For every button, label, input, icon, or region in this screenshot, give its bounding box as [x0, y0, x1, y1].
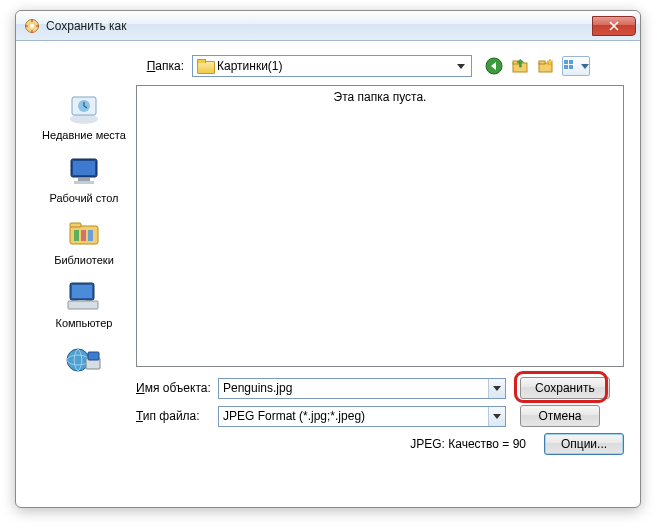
svg-rect-20 — [78, 178, 90, 181]
svg-rect-34 — [88, 352, 99, 360]
footer-row: JPEG: Качество = 90 Опции... — [32, 433, 624, 455]
svg-rect-19 — [73, 161, 95, 175]
desktop-icon — [64, 154, 104, 190]
back-icon[interactable] — [484, 56, 504, 76]
app-icon — [24, 18, 40, 34]
place-network[interactable] — [39, 342, 129, 380]
dialog-window: Сохранить как Папка: Картинки(1) — [15, 10, 641, 508]
svg-rect-13 — [564, 65, 568, 69]
svg-rect-11 — [564, 60, 568, 64]
close-button[interactable] — [592, 16, 636, 36]
place-recent[interactable]: Недавние места — [39, 91, 129, 142]
view-menu-icon[interactable] — [562, 56, 590, 76]
filename-input[interactable]: Penguins.jpg — [218, 378, 506, 399]
filename-dropdown[interactable] — [488, 379, 505, 398]
save-button[interactable]: Сохранить — [520, 377, 610, 399]
svg-rect-21 — [74, 181, 94, 184]
folder-combo[interactable]: Картинки(1) — [192, 55, 472, 77]
titlebar: Сохранить как — [16, 11, 640, 41]
place-libraries[interactable]: Библиотеки — [39, 216, 129, 267]
svg-rect-12 — [569, 60, 573, 64]
filename-row: Имя объекта: Penguins.jpg Сохранить — [136, 377, 624, 399]
filename-label: Имя объекта: — [136, 381, 218, 395]
file-listing[interactable]: Эта папка пуста. — [136, 85, 624, 367]
window-title: Сохранить как — [46, 19, 592, 33]
svg-rect-24 — [74, 230, 79, 241]
svg-rect-29 — [68, 301, 98, 309]
filetype-dropdown[interactable] — [488, 407, 505, 426]
filetype-label: Тип файла: — [136, 409, 218, 423]
svg-rect-28 — [72, 285, 92, 298]
svg-rect-3 — [31, 30, 32, 33]
empty-folder-message: Эта папка пуста. — [334, 90, 427, 104]
places-bar: Недавние места Рабочий стол Библиотеки — [32, 85, 136, 367]
svg-rect-23 — [70, 223, 81, 227]
filetype-row: Тип файла: JPEG Format (*.jpg;*.jpeg) От… — [136, 405, 624, 427]
computer-icon — [64, 279, 104, 315]
svg-rect-5 — [36, 25, 39, 26]
cancel-button[interactable]: Отмена — [520, 405, 600, 427]
svg-rect-2 — [31, 19, 32, 22]
svg-rect-30 — [78, 300, 86, 302]
quality-text: JPEG: Качество = 90 — [410, 437, 526, 451]
up-one-level-icon[interactable] — [510, 56, 530, 76]
new-folder-icon[interactable] — [536, 56, 556, 76]
svg-rect-14 — [569, 65, 573, 69]
nav-icons — [484, 56, 590, 76]
libraries-icon — [64, 216, 104, 252]
recent-places-icon — [64, 91, 104, 127]
network-icon — [64, 342, 104, 378]
place-computer[interactable]: Компьютер — [39, 279, 129, 330]
svg-point-1 — [30, 24, 34, 28]
filetype-select[interactable]: JPEG Format (*.jpg;*.jpeg) — [218, 406, 506, 427]
svg-rect-25 — [81, 230, 86, 241]
folder-dropdown-arrow[interactable] — [453, 56, 469, 76]
place-desktop[interactable]: Рабочий стол — [39, 154, 129, 205]
folder-label: Папка: — [136, 59, 192, 73]
folder-name: Картинки(1) — [217, 59, 453, 73]
svg-rect-4 — [25, 25, 28, 26]
folder-icon — [197, 59, 213, 73]
svg-rect-26 — [88, 230, 93, 241]
svg-rect-10 — [539, 61, 545, 64]
options-button[interactable]: Опции... — [544, 433, 624, 455]
folder-row: Папка: Картинки(1) — [136, 55, 624, 77]
